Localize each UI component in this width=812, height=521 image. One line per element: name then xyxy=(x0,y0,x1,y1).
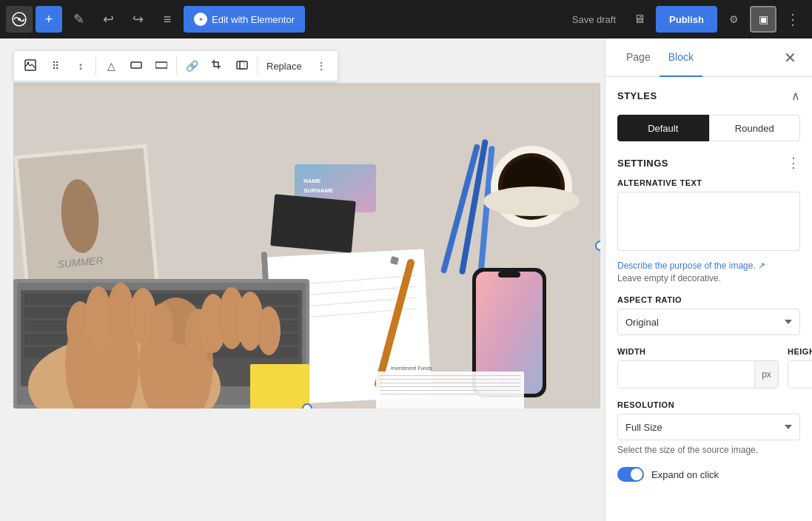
toolbar-divider-2 xyxy=(176,57,177,75)
settings-button[interactable]: ⚙ xyxy=(720,6,747,33)
resolution-hint: Select the size of the source image. xyxy=(617,445,800,455)
wp-logo[interactable] xyxy=(6,6,33,33)
image-type-icon xyxy=(24,59,36,73)
settings-icon: ⚙ xyxy=(729,13,739,25)
svg-rect-60 xyxy=(380,379,520,380)
settings-more-button[interactable]: ⋮ xyxy=(787,156,800,169)
panel-header: Page Block ✕ xyxy=(605,38,812,77)
svg-rect-35 xyxy=(498,272,520,278)
tab-page[interactable]: Page xyxy=(617,38,660,77)
height-input-group: Auto px xyxy=(788,360,812,389)
align-center-button[interactable] xyxy=(124,54,148,78)
link-button[interactable]: 🔗 xyxy=(180,54,204,78)
settings-section: Settings ⋮ ALTERNATIVE TEXT Describe the… xyxy=(617,156,800,482)
elementor-icon xyxy=(194,13,207,26)
redo-button[interactable]: ↪ xyxy=(124,6,151,33)
width-input-group: Auto px xyxy=(617,360,779,389)
image-block[interactable]: SUMMER NAME SURNAME POSITION xyxy=(13,83,591,409)
alt-text-label: ALTERNATIVE TEXT xyxy=(617,178,800,187)
svg-rect-59 xyxy=(380,375,520,376)
width-input[interactable]: Auto xyxy=(618,361,754,388)
top-bar: + ✎ ↩ ↪ ≡ Edit with Elementor Save draft… xyxy=(0,0,812,38)
svg-rect-61 xyxy=(380,383,520,383)
svg-rect-4 xyxy=(131,62,141,68)
default-style-button[interactable]: Default xyxy=(617,115,709,141)
svg-rect-57 xyxy=(250,364,309,409)
panel-body: Styles ∧ Default Rounded Settings ⋮ ALTE… xyxy=(605,77,812,521)
panel-close-button[interactable]: ✕ xyxy=(779,47,800,68)
toolbar-divider-1 xyxy=(95,57,96,75)
monitor-icon: 🖥 xyxy=(634,13,645,26)
more-icon: ⋮ xyxy=(785,10,800,28)
editor-area: SUMMER NAME SURNAME POSITION xyxy=(0,38,605,521)
svg-text:SURNAME: SURNAME xyxy=(303,187,334,194)
alt-hint: Leave empty if decorative. xyxy=(617,273,800,283)
resolution-label: RESOLUTION xyxy=(617,400,800,409)
aspect-ratio-field: ASPECT RATIO Original Square - 1:1 Stand… xyxy=(617,295,800,335)
rounded-style-button[interactable]: Rounded xyxy=(709,115,801,141)
align-wide-button[interactable] xyxy=(150,54,173,78)
crop-button[interactable] xyxy=(205,54,229,78)
svg-rect-63 xyxy=(380,390,520,391)
resolution-select[interactable]: Full Size Large Medium Thumbnail xyxy=(617,414,800,440)
overlay-button[interactable] xyxy=(230,54,254,78)
align-left-icon: △ xyxy=(107,60,115,72)
image-toolbar: ⠿ ↕ △ 🔗 Replace ⋮ xyxy=(13,50,338,81)
align-wide-icon xyxy=(155,59,167,73)
svg-point-56 xyxy=(257,306,281,355)
save-draft-button[interactable]: Save draft xyxy=(565,6,623,33)
resize-handle-right[interactable] xyxy=(595,241,600,251)
resize-handle-bottom[interactable] xyxy=(302,403,312,409)
height-input[interactable]: Auto xyxy=(788,361,812,388)
width-unit: px xyxy=(754,361,778,388)
svg-rect-17 xyxy=(270,194,356,252)
expand-label: Expand on click xyxy=(651,469,719,480)
tab-block[interactable]: Block xyxy=(660,38,702,77)
publish-button[interactable]: Publish xyxy=(656,6,717,33)
align-left-button[interactable]: △ xyxy=(99,54,123,78)
more-options-button[interactable]: ⋮ xyxy=(779,6,806,33)
tools-button[interactable]: ✎ xyxy=(65,6,92,33)
svg-rect-7 xyxy=(240,61,247,69)
move-up-button[interactable]: ↕ xyxy=(69,54,93,78)
alt-text-input[interactable] xyxy=(617,192,800,251)
align-center-icon xyxy=(130,59,142,73)
aspect-ratio-label: ASPECT RATIO xyxy=(617,295,800,304)
svg-point-24 xyxy=(483,186,580,216)
settings-title: Settings xyxy=(617,158,668,169)
more-image-options-button[interactable]: ⋮ xyxy=(309,54,333,78)
resolution-field: RESOLUTION Full Size Large Medium Thumbn… xyxy=(617,400,800,455)
list-button[interactable]: ≡ xyxy=(154,6,181,33)
svg-text:NAME: NAME xyxy=(303,178,321,184)
drag-handle-button[interactable]: ⠿ xyxy=(44,54,67,78)
undo-button[interactable]: ↩ xyxy=(95,6,121,33)
style-buttons: Default Rounded xyxy=(617,115,800,141)
height-label: HEIGHT xyxy=(788,347,812,356)
alt-text-link[interactable]: Describe the purpose of the image. ↗ xyxy=(617,260,765,271)
frame-icon: ▣ xyxy=(759,13,768,25)
svg-rect-64 xyxy=(380,394,476,394)
dimensions-row: WIDTH Auto px HEIGHT Auto px xyxy=(617,347,800,389)
expand-toggle[interactable] xyxy=(617,467,644,482)
aspect-ratio-select[interactable]: Original Square - 1:1 Standard - 4:3 Cla… xyxy=(617,309,800,335)
width-field: WIDTH Auto px xyxy=(617,347,779,389)
alt-link-text: Describe the purpose of the image. xyxy=(617,260,756,271)
svg-point-1 xyxy=(18,18,21,21)
move-up-icon: ↕ xyxy=(78,60,84,72)
svg-point-51 xyxy=(150,303,173,351)
add-button[interactable]: + xyxy=(36,6,62,33)
elementor-button[interactable]: Edit with Elementor xyxy=(184,6,305,33)
styles-title: Styles xyxy=(617,90,657,101)
styles-collapse-button[interactable]: ∧ xyxy=(791,89,800,103)
monitor-button[interactable]: 🖥 xyxy=(626,6,653,33)
more-image-icon: ⋮ xyxy=(316,60,326,72)
svg-rect-5 xyxy=(155,62,167,68)
elementor-label: Edit with Elementor xyxy=(212,14,295,25)
overlay-icon xyxy=(236,59,248,73)
alt-link-icon: ↗ xyxy=(756,260,765,271)
replace-button[interactable]: Replace xyxy=(261,54,308,78)
width-label: WIDTH xyxy=(617,347,779,356)
image-type-button[interactable] xyxy=(19,54,42,78)
frame-view-button[interactable]: ▣ xyxy=(750,6,776,33)
editor-image[interactable]: SUMMER NAME SURNAME POSITION xyxy=(13,83,600,409)
